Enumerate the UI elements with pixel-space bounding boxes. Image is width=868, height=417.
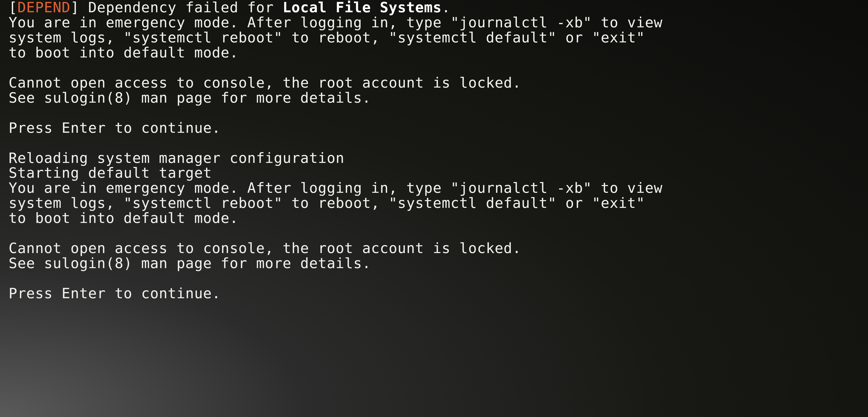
bracket-open: [ (9, 0, 18, 16)
console-line: You are in emergency mode. After logging… (9, 15, 868, 30)
console-line: system logs, "systemctl reboot" to reboo… (9, 196, 868, 211)
console-line (9, 226, 868, 241)
console-line: to boot into default mode. (9, 45, 868, 60)
console-text: system logs, "systemctl reboot" to reboo… (9, 29, 645, 46)
console-line: Reloading system manager configuration (9, 151, 868, 166)
console-line: Cannot open access to console, the root … (9, 75, 868, 90)
console-text: Cannot open access to console, the root … (9, 240, 521, 256)
console-line: to boot into default mode. (9, 211, 868, 226)
console-line: You are in emergency mode. After logging… (9, 181, 868, 196)
console-line: Cannot open access to console, the root … (9, 241, 868, 256)
console-text: Press Enter to continue. (9, 285, 221, 302)
depend-message-pre: Dependency failed for (88, 0, 283, 16)
console-text: system logs, "systemctl reboot" to reboo… (9, 195, 645, 211)
console-line (9, 105, 868, 121)
console-text: to boot into default mode. (9, 44, 238, 61)
bracket-close: ] (70, 0, 88, 16)
console-text: Starting default target (9, 165, 212, 181)
console-text: Press Enter to continue. (9, 120, 221, 136)
console-line (9, 271, 868, 286)
console-line (9, 135, 868, 151)
console-line (9, 60, 868, 75)
console-text: See sulogin(8) man page for more details… (9, 90, 371, 106)
console-text: Reloading system manager configuration (9, 150, 344, 166)
depend-tag: DEPEND (18, 0, 70, 16)
console-text: You are in emergency mode. After logging… (9, 14, 662, 31)
console-text: You are in emergency mode. After logging… (9, 180, 662, 196)
console-text: to boot into default mode. (9, 210, 238, 226)
console-line: Press Enter to continue. (9, 121, 868, 135)
console-line: Press Enter to continue. (9, 286, 868, 301)
console-line: [DEPEND] Dependency failed for Local Fil… (9, 0, 868, 15)
console-text: See sulogin(8) man page for more details… (9, 255, 371, 271)
console-line: Starting default target (9, 165, 868, 181)
console-output: [DEPEND] Dependency failed for Local Fil… (0, 0, 868, 301)
depend-message-unit: Local File Systems (283, 0, 442, 16)
console-line: system logs, "systemctl reboot" to reboo… (9, 30, 868, 45)
depend-message-post: . (442, 0, 451, 16)
console-line: See sulogin(8) man page for more details… (9, 90, 868, 105)
console-text: Cannot open access to console, the root … (9, 74, 521, 91)
console-line: See sulogin(8) man page for more details… (9, 256, 868, 271)
